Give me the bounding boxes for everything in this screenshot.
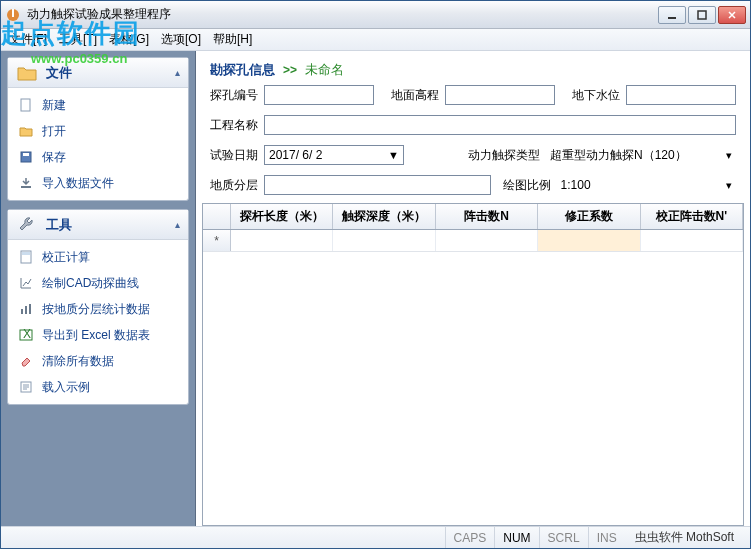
- chevron-up-icon: ▴: [175, 67, 180, 78]
- water-level-input[interactable]: [626, 85, 736, 105]
- panel-file: 文件 ▴ 新建 打开 保存: [7, 57, 189, 201]
- svg-rect-11: [25, 306, 27, 314]
- date-picker[interactable]: 2017/ 6/ 2 ▼: [264, 145, 404, 165]
- import-icon: [18, 175, 34, 191]
- probe-type-label: 动力触探类型: [468, 147, 540, 164]
- panel-file-body: 新建 打开 保存 导入数据文件: [8, 88, 188, 200]
- probe-type-value: 超重型动力触探N（120）: [550, 147, 687, 164]
- menu-tool[interactable]: 工具[T]: [59, 31, 97, 48]
- grid-cell[interactable]: [436, 230, 538, 251]
- panel-tool: 工具 ▴ 校正计算 绘制CAD动探曲线 按地质分层统计数据: [7, 209, 189, 405]
- sidebar-item-calibrate[interactable]: 校正计算: [10, 244, 186, 270]
- sidebar-item-label: 清除所有数据: [42, 353, 114, 370]
- window-title: 动力触探试验成果整理程序: [27, 6, 656, 23]
- chevron-down-icon: ▾: [726, 179, 732, 192]
- menubar: 文件[F] 工具[T] 表格[G] 选项[O] 帮助[H]: [1, 29, 750, 51]
- section-label: 勘探孔信息: [210, 61, 275, 79]
- calculator-icon: [18, 249, 34, 265]
- date-label: 试验日期: [210, 147, 258, 164]
- sidebar-item-label: 保存: [42, 149, 66, 166]
- svg-text:X: X: [23, 328, 31, 341]
- sidebar-item-clear[interactable]: 清除所有数据: [10, 348, 186, 374]
- date-value: 2017/ 6/ 2: [269, 148, 322, 162]
- stats-icon: [18, 301, 34, 317]
- sidebar-item-import[interactable]: 导入数据文件: [10, 170, 186, 196]
- titlebar: 动力触探试验成果整理程序: [1, 1, 750, 29]
- svg-rect-10: [21, 309, 23, 314]
- grid-cell[interactable]: [333, 230, 435, 251]
- status-num: NUM: [494, 527, 538, 548]
- chevron-down-icon: ▼: [388, 149, 399, 161]
- project-input[interactable]: [264, 115, 736, 135]
- status-brand: 虫虫软件 MothSoft: [625, 529, 744, 546]
- sample-icon: [18, 379, 34, 395]
- sidebar-item-label: 打开: [42, 123, 66, 140]
- stratum-label: 地质分层: [210, 177, 258, 194]
- status-scrl: SCRL: [539, 527, 588, 548]
- panel-file-header[interactable]: 文件 ▴: [8, 58, 188, 88]
- sidebar-item-save[interactable]: 保存: [10, 144, 186, 170]
- panel-tool-body: 校正计算 绘制CAD动探曲线 按地质分层统计数据 X 导出到 Excel 数据表: [8, 240, 188, 404]
- close-button[interactable]: [718, 6, 746, 24]
- grid-corner: [203, 204, 231, 229]
- app-icon: [5, 7, 21, 23]
- sidebar-item-label: 校正计算: [42, 249, 90, 266]
- section-name: 未命名: [305, 61, 344, 79]
- panel-file-title: 文件: [46, 64, 175, 82]
- menu-help[interactable]: 帮助[H]: [213, 31, 252, 48]
- maximize-button[interactable]: [688, 6, 716, 24]
- statusbar: CAPS NUM SCRL INS 虫虫软件 MothSoft: [1, 526, 750, 548]
- chevron-down-icon: ▾: [726, 149, 732, 162]
- sidebar: 文件 ▴ 新建 打开 保存: [1, 51, 196, 526]
- sidebar-item-load-sample[interactable]: 载入示例: [10, 374, 186, 400]
- chevron-up-icon: ▴: [175, 219, 180, 230]
- grid-cell[interactable]: [231, 230, 333, 251]
- hole-no-label: 探孔编号: [210, 87, 258, 104]
- menu-option[interactable]: 选项[O]: [161, 31, 201, 48]
- grid-row-indicator: *: [203, 230, 231, 251]
- grid-cell[interactable]: [538, 230, 640, 251]
- stratum-input[interactable]: [264, 175, 491, 195]
- grid-new-row[interactable]: *: [203, 230, 743, 252]
- data-grid: 探杆长度（米） 触探深度（米） 阵击数N 修正系数 校正阵击数N' *: [202, 203, 744, 526]
- sidebar-item-stats[interactable]: 按地质分层统计数据: [10, 296, 186, 322]
- sidebar-item-export-excel[interactable]: X 导出到 Excel 数据表: [10, 322, 186, 348]
- arrow-icon: >>: [283, 63, 297, 77]
- sidebar-item-open[interactable]: 打开: [10, 118, 186, 144]
- water-level-label: 地下水位: [572, 87, 620, 104]
- app-window: 动力触探试验成果整理程序 文件[F] 工具[T] 表格[G] 选项[O] 帮助[…: [0, 0, 751, 549]
- grid-body[interactable]: *: [203, 230, 743, 525]
- ground-elev-label: 地面高程: [391, 87, 439, 104]
- svg-rect-12: [29, 304, 31, 314]
- grid-col-header[interactable]: 修正系数: [538, 204, 640, 229]
- scale-combo[interactable]: 1:100 ▾: [557, 175, 736, 195]
- form: 探孔编号 地面高程 地下水位 工程名称 试验日期 2017/ 6/: [196, 85, 750, 195]
- svg-rect-4: [21, 99, 30, 111]
- grid-col-header[interactable]: 校正阵击数N': [641, 204, 743, 229]
- minimize-button[interactable]: [658, 6, 686, 24]
- svg-rect-6: [23, 153, 29, 156]
- menu-table[interactable]: 表格[G]: [109, 31, 149, 48]
- grid-col-header[interactable]: 阵击数N: [436, 204, 538, 229]
- eraser-icon: [18, 353, 34, 369]
- panel-tool-header[interactable]: 工具 ▴: [8, 210, 188, 240]
- svg-rect-9: [22, 252, 30, 255]
- hole-no-input[interactable]: [264, 85, 374, 105]
- sidebar-item-cad-curve[interactable]: 绘制CAD动探曲线: [10, 270, 186, 296]
- grid-col-header[interactable]: 触探深度（米）: [333, 204, 435, 229]
- grid-header: 探杆长度（米） 触探深度（米） 阵击数N 修正系数 校正阵击数N': [203, 204, 743, 230]
- sidebar-item-label: 新建: [42, 97, 66, 114]
- sidebar-item-label: 导入数据文件: [42, 175, 114, 192]
- sidebar-item-new[interactable]: 新建: [10, 92, 186, 118]
- svg-rect-3: [698, 11, 706, 19]
- project-label: 工程名称: [210, 117, 258, 134]
- sidebar-item-label: 绘制CAD动探曲线: [42, 275, 139, 292]
- excel-icon: X: [18, 327, 34, 343]
- probe-type-combo[interactable]: 超重型动力触探N（120） ▾: [546, 145, 736, 165]
- main: 勘探孔信息 >> 未命名 探孔编号 地面高程 地下水位 工程名称: [196, 51, 750, 526]
- grid-cell[interactable]: [641, 230, 743, 251]
- menu-file[interactable]: 文件[F]: [9, 31, 47, 48]
- sidebar-item-label: 载入示例: [42, 379, 90, 396]
- ground-elev-input[interactable]: [445, 85, 555, 105]
- grid-col-header[interactable]: 探杆长度（米）: [231, 204, 333, 229]
